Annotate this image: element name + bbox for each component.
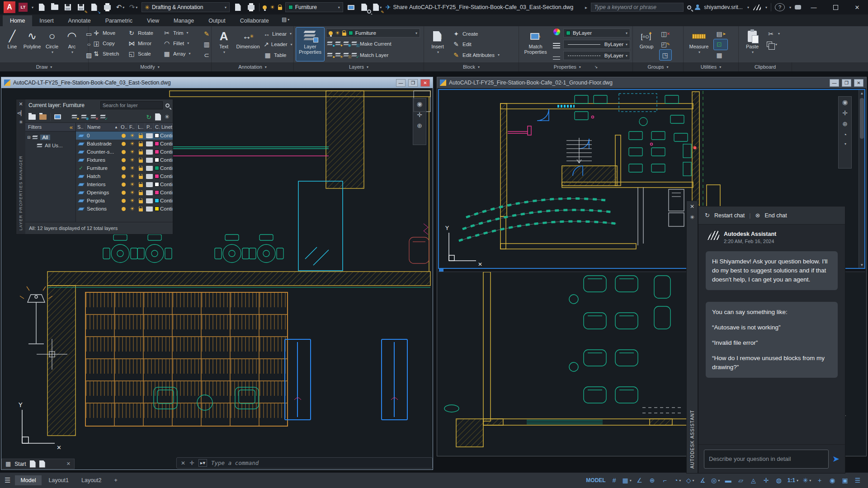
layer-on-icon[interactable] bbox=[122, 166, 126, 170]
sheet-set-button[interactable] bbox=[233, 2, 243, 13]
end-chat-button[interactable]: End chat bbox=[764, 212, 787, 219]
column-header-o[interactable]: O.. bbox=[119, 123, 128, 131]
mirror-button[interactable]: ⋈Mirror bbox=[126, 38, 160, 48]
panel-label-draw[interactable]: Draw▾ bbox=[0, 62, 89, 71]
panel-label-block[interactable]: Block▾ bbox=[424, 62, 519, 71]
copy-clip-button[interactable]: ▾ bbox=[765, 39, 783, 50]
selection-cycling-button[interactable]: ◬ bbox=[748, 475, 760, 486]
suggestion-1[interactable]: “Autosave is not working” bbox=[712, 323, 831, 332]
layer-on-icon[interactable] bbox=[122, 158, 126, 162]
layer-plot-icon[interactable] bbox=[146, 141, 153, 146]
layer-color-swatch[interactable] bbox=[155, 133, 159, 138]
layer-thaw-icon[interactable]: ☀ bbox=[270, 5, 275, 10]
snap-mode-button[interactable]: ▦▾ bbox=[621, 475, 633, 486]
cut-button[interactable]: ✂▾ bbox=[765, 28, 783, 39]
group-button[interactable]: [▫○]✦ Group bbox=[635, 28, 658, 61]
layer-freeze-icon[interactable]: ☀ bbox=[130, 174, 135, 179]
signed-in-user[interactable]: shiyamdev.srit... bbox=[704, 4, 743, 10]
navigation-wheel-icon[interactable]: ◉ bbox=[842, 99, 848, 106]
layer-linetype[interactable]: Contin... bbox=[160, 174, 173, 179]
panel-label-clipboard[interactable]: Clipboard bbox=[739, 62, 792, 71]
match-properties-button[interactable]: ✎ Match Properties bbox=[521, 28, 550, 61]
edit-attributes-button[interactable]: ✎Edit Attributes▾ bbox=[451, 50, 514, 60]
viewport-navbar[interactable]: ◉ ✛ ⊕ bbox=[413, 98, 426, 145]
navigation-wheel-icon[interactable]: ◉ bbox=[417, 100, 422, 108]
search-icon[interactable] bbox=[165, 103, 170, 108]
linear-button[interactable]: ↔Linear▾ bbox=[262, 28, 291, 39]
layout1-tab[interactable]: Layout1 bbox=[43, 475, 74, 485]
layer-plot-icon[interactable] bbox=[146, 166, 153, 171]
palette-close-icon[interactable]: ✕ bbox=[19, 101, 23, 107]
rotate-button[interactable]: ↻Rotate bbox=[126, 28, 160, 38]
palette-settings-gear-icon[interactable]: ✳ bbox=[165, 113, 170, 120]
help-button[interactable]: ? bbox=[775, 3, 785, 11]
infer-constraints-button[interactable]: ∠ bbox=[634, 475, 646, 486]
navbar-more-icon[interactable]: ▾ bbox=[844, 142, 846, 146]
layer-lock-icon[interactable] bbox=[139, 200, 143, 203]
vertical-scrollbar[interactable]: ▲ ▼ bbox=[859, 90, 864, 268]
layer-lock-icon[interactable] bbox=[139, 135, 143, 138]
user-avatar-icon[interactable] bbox=[695, 5, 700, 10]
layer-color-swatch[interactable] bbox=[155, 198, 159, 203]
layer-on-icon[interactable] bbox=[122, 142, 126, 146]
settings-page-icon[interactable] bbox=[155, 113, 161, 121]
assistant-settings-icon[interactable]: ✳ bbox=[690, 214, 694, 221]
layer-on-icon[interactable] bbox=[122, 174, 126, 178]
lineweight-dropdown[interactable]: ByLayer▾ bbox=[563, 40, 630, 49]
window-close-button[interactable]: ✕ bbox=[420, 79, 430, 87]
command-close-icon[interactable]: ✕ bbox=[181, 460, 185, 466]
match-display-button[interactable] bbox=[346, 2, 356, 13]
close-tab-icon[interactable]: ✕ bbox=[66, 461, 71, 467]
open-from-web-button[interactable]: ↘ bbox=[89, 2, 99, 13]
refresh-icon[interactable]: ↻ bbox=[146, 113, 151, 121]
layer-plot-icon[interactable] bbox=[146, 174, 153, 179]
search-expand-icon[interactable]: ▸ bbox=[585, 5, 587, 10]
suggestion-3[interactable]: “How do I remove unused blocks from my d… bbox=[712, 354, 831, 372]
file-tabs-menu-icon[interactable]: ▦ bbox=[5, 460, 11, 467]
line-button[interactable]: ╱Line bbox=[2, 28, 22, 61]
orbit-icon[interactable]: ◔ bbox=[843, 131, 847, 138]
layer-on-icon[interactable] bbox=[122, 199, 126, 203]
stretch-button[interactable]: ⇅Stretch bbox=[91, 48, 125, 59]
linetype-icon[interactable] bbox=[553, 56, 560, 60]
text-button[interactable]: A Text▾ bbox=[214, 28, 234, 61]
layout2-tab[interactable]: Layout2 bbox=[76, 475, 107, 485]
quick-select-button[interactable]: ▤➤ bbox=[714, 28, 727, 39]
drawing-tab-icon[interactable] bbox=[39, 460, 45, 468]
palette-autohide-icon[interactable]: ⊲▏ bbox=[17, 110, 25, 116]
layer-row-pergola[interactable]: Pergola☀Contin... bbox=[76, 197, 173, 205]
feedback-icon[interactable] bbox=[795, 5, 801, 9]
object-snap-tracking-button[interactable]: ∡ bbox=[697, 475, 709, 486]
quick-layer-dropdown[interactable]: Furniture ▾ bbox=[285, 2, 343, 12]
window-restore-button[interactable]: ❐ bbox=[408, 79, 418, 87]
layer-unlock-icon[interactable] bbox=[278, 7, 282, 10]
redo-button[interactable]: ↷▾ bbox=[128, 2, 138, 13]
layer-plot-icon[interactable] bbox=[146, 133, 153, 138]
layer-plot-icon[interactable] bbox=[146, 198, 153, 203]
layer-plot-icon[interactable] bbox=[146, 158, 153, 163]
layer-lock-icon[interactable] bbox=[139, 192, 143, 195]
layer-row-balustrade[interactable]: Balustrade☀Contin... bbox=[76, 140, 173, 148]
tab-home[interactable]: Home bbox=[3, 15, 32, 26]
insert-button[interactable]: ▣ Insert▾ bbox=[426, 28, 449, 61]
panel-label-groups[interactable]: Groups▾ bbox=[633, 62, 684, 71]
layer-freeze-icon[interactable]: ☀ bbox=[130, 149, 135, 155]
plot-button[interactable] bbox=[102, 2, 112, 13]
scroll-down-icon[interactable]: ▼ bbox=[859, 262, 865, 268]
viewport-navbar[interactable]: ◉ ✛ ⊕ ◔ ▾ bbox=[838, 96, 852, 169]
layer-on-icon[interactable] bbox=[122, 207, 126, 211]
tab-annotate[interactable]: Annotate bbox=[61, 15, 98, 26]
layer-color-swatch[interactable] bbox=[155, 182, 159, 187]
window-titlebar[interactable]: AutoCAD-LT-FY25_Fire-Station-Book-Cafe_0… bbox=[437, 77, 866, 88]
layer-linetype[interactable]: Contin... bbox=[160, 165, 173, 171]
layer-lock-icon[interactable] bbox=[139, 184, 143, 187]
layer-color-swatch[interactable] bbox=[155, 190, 159, 195]
leader-button[interactable]: ↗Leader▾ bbox=[262, 39, 291, 50]
pan-icon[interactable]: ✛ bbox=[417, 111, 422, 118]
layer-lock-icon[interactable] bbox=[139, 160, 143, 163]
tab-insert[interactable]: Insert bbox=[32, 15, 61, 26]
suggestion-2[interactable]: “Invalid file error” bbox=[712, 338, 831, 347]
save-as-button[interactable]: ✎ bbox=[76, 2, 86, 13]
edit-button[interactable]: ✎Edit bbox=[451, 39, 514, 50]
move-button[interactable]: ✛Move bbox=[91, 28, 125, 38]
